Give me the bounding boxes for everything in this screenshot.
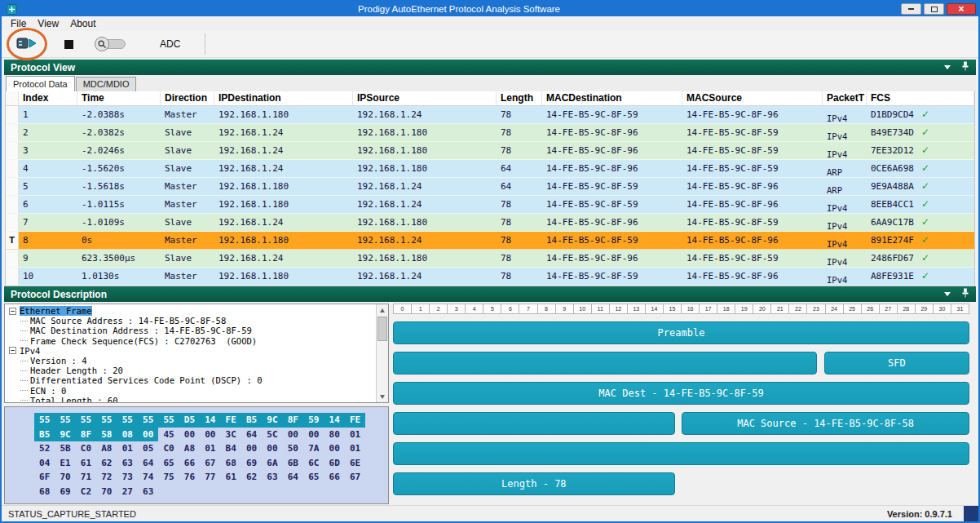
menu-file[interactable]: File [5, 18, 32, 29]
bit-ruler: 0123456789101112131415161718192021222324… [393, 304, 969, 314]
fcs-good-check-icon: ✓ [921, 160, 929, 177]
table-row[interactable]: T80sMaster192.168.1.180192.168.1.247814-… [6, 232, 974, 250]
tree-expander-icon[interactable]: − [9, 308, 16, 315]
tree-guide-line [20, 370, 28, 371]
cell-direction: Master [161, 196, 214, 213]
tree-item[interactable]: MAC Source Address : 14-FE-B5-9C-8F-58 [7, 316, 375, 326]
diagram-row [393, 442, 969, 465]
menu-view[interactable]: View [32, 18, 64, 29]
cell-length: 64 [497, 160, 542, 177]
bit-ruler-cell: 29 [916, 304, 934, 314]
cell-packet-type: IPv4 [823, 268, 867, 285]
scroll-up-button[interactable] [377, 304, 388, 316]
maximize-button[interactable] [924, 3, 944, 15]
scroll-down-button[interactable] [377, 391, 388, 402]
bit-ruler-cell: 13 [628, 304, 646, 314]
tree-item[interactable]: Total Length : 60 [7, 396, 375, 403]
adc-button[interactable]: ADC [160, 38, 180, 50]
hex-byte: 14 [324, 413, 344, 428]
hex-byte: 69 [55, 485, 75, 499]
collapse-arrow-icon[interactable] [944, 65, 951, 69]
diagram-row: Preamble [393, 321, 969, 344]
tree-item[interactable]: ECN : 0 [7, 386, 375, 396]
tree-expander-icon[interactable]: − [9, 347, 16, 354]
table-row[interactable]: 5-1.5618sMaster192.168.1.180192.168.1.24… [6, 178, 974, 196]
table-row[interactable]: 101.0130sMaster192.168.1.180192.168.1.24… [6, 268, 974, 286]
row-marker [6, 250, 19, 267]
tree-item-label: Ethernet Frame [20, 306, 92, 316]
tree-item[interactable]: Frame Check Sequence(FCS) : C2702763 (GO… [7, 336, 375, 346]
column-header-fcs[interactable]: FCS [867, 91, 974, 105]
cell-length: 78 [497, 268, 542, 285]
protocol-tree: −Ethernet FrameMAC Source Address : 14-F… [4, 304, 389, 403]
column-header-time[interactable]: Time [77, 91, 161, 105]
tree-item[interactable]: MAC Destination Address : 14-FE-B5-9C-8F… [7, 326, 375, 335]
tree-item[interactable]: −Ethernet Frame [7, 306, 375, 316]
cell-time: 0s [77, 232, 161, 249]
fcs-value: 0CE6A698 [871, 160, 914, 177]
tree-guide-line [20, 380, 28, 381]
tab-protocol-data[interactable]: Protocol Data [6, 76, 75, 91]
cell-mac-source: 14-FE-B5-9C-8F-59 [682, 250, 823, 267]
minimize-button[interactable] [901, 3, 921, 15]
column-header-macsource[interactable]: MACSource [682, 91, 823, 105]
hex-byte: 9C [262, 413, 282, 428]
tree-item[interactable]: Differentiated Services Code Point (DSCP… [7, 375, 375, 385]
toolbar-separator [205, 33, 205, 55]
tree-item[interactable]: Version : 4 [7, 356, 375, 366]
column-header-ipsource[interactable]: IPSource [353, 91, 497, 105]
start-capture-button[interactable] [16, 36, 38, 53]
hex-byte: A8 [96, 441, 117, 456]
hex-byte: 00 [241, 441, 262, 456]
bit-ruler-cell: 31 [951, 304, 969, 314]
pin-icon[interactable] [961, 61, 969, 73]
column-header-packett[interactable]: PacketT [823, 91, 867, 105]
column-header-direction[interactable]: Direction [161, 91, 214, 105]
field-bar-label: SFD [888, 357, 906, 369]
column-header-ipdestination[interactable]: IPDestination [214, 91, 353, 105]
cell-packet-type: ARP [823, 178, 867, 195]
cell-fcs: 8EEB4CC1✓ [867, 196, 974, 213]
column-header-index[interactable]: Index [19, 91, 77, 105]
scroll-thumb[interactable] [377, 317, 387, 341]
hex-byte: A8 [179, 441, 200, 456]
collapse-arrow-icon[interactable] [944, 292, 951, 296]
hex-byte: 00 [283, 428, 303, 442]
column-header-length[interactable]: Length [497, 91, 542, 105]
table-row[interactable]: 7-1.0109sSlave192.168.1.24192.168.1.1807… [6, 214, 974, 232]
tree-scrollbar[interactable] [376, 304, 388, 402]
field-bars: PreambleSFDMAC Dest - 14-FE-B5-9C-8F-59M… [393, 321, 969, 495]
hex-byte: 68 [34, 485, 55, 499]
hex-byte: 8F [76, 428, 96, 442]
table-row[interactable]: 4-1.5620sSlave192.168.1.24192.168.1.1806… [6, 160, 974, 178]
cell-ip-source: 192.168.1.24 [353, 106, 497, 123]
cell-index: 2 [19, 124, 77, 141]
fcs-value: B49E734D [871, 124, 914, 141]
row-marker: T [6, 232, 19, 249]
table-row[interactable]: 6-1.0115sMaster192.168.1.180192.168.1.24… [6, 196, 974, 214]
hex-byte: 27 [117, 485, 138, 499]
tree-item[interactable]: Header Length : 20 [7, 366, 375, 375]
hex-byte: 66 [179, 456, 200, 471]
table-row[interactable]: 3-2.0246sSlave192.168.1.24192.168.1.1807… [6, 142, 974, 160]
cell-index: 5 [19, 178, 77, 195]
stop-capture-button[interactable] [59, 34, 78, 54]
hex-byte: 55 [158, 413, 179, 428]
menu-about[interactable]: About [64, 18, 101, 29]
cell-ip-destination: 192.168.1.180 [214, 106, 353, 123]
table-row[interactable]: 9623.3500µsSlave192.168.1.24192.168.1.18… [6, 250, 974, 268]
table-row[interactable]: 1-2.0388sMaster192.168.1.180192.168.1.24… [6, 106, 974, 124]
hex-byte: 55 [34, 413, 55, 428]
close-button[interactable]: × [947, 3, 976, 15]
column-header-macdestination[interactable]: MACDestination [542, 91, 682, 105]
search-toggle[interactable] [96, 39, 126, 49]
cell-packet-type: IPv4 [823, 106, 867, 123]
tree-item[interactable]: −IPv4 [7, 346, 375, 356]
table-row[interactable]: 2-2.0382sSlave192.168.1.24192.168.1.1807… [6, 124, 974, 142]
fcs-good-check-icon: ✓ [921, 214, 929, 231]
pin-icon[interactable] [961, 288, 969, 300]
hex-byte: 52 [34, 441, 55, 456]
cell-index: 6 [19, 196, 77, 213]
cell-ip-destination: 192.168.1.180 [214, 232, 353, 249]
tab-mdc-mdio[interactable]: MDC/MDIO [76, 77, 137, 91]
